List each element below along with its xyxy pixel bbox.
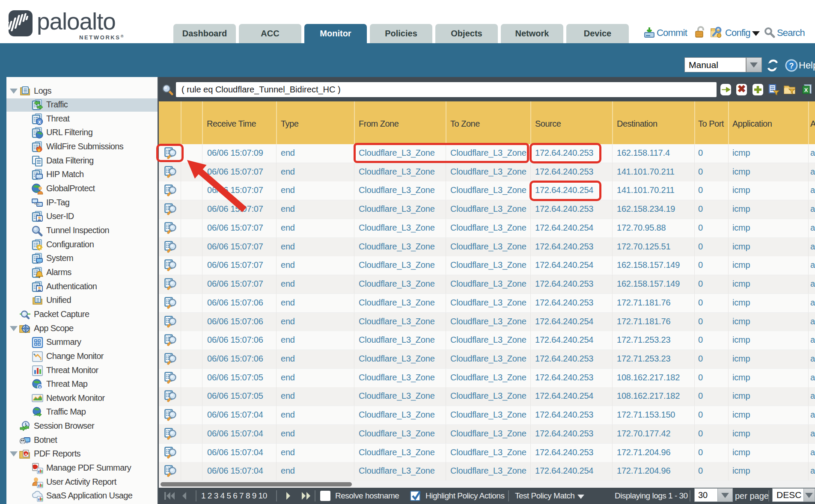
svg-text:x: x	[39, 385, 41, 389]
svg-text:x: x	[38, 119, 41, 125]
svg-text:A: A	[25, 452, 27, 456]
svg-text:?: ?	[789, 62, 794, 70]
svg-text:X: X	[804, 87, 808, 93]
